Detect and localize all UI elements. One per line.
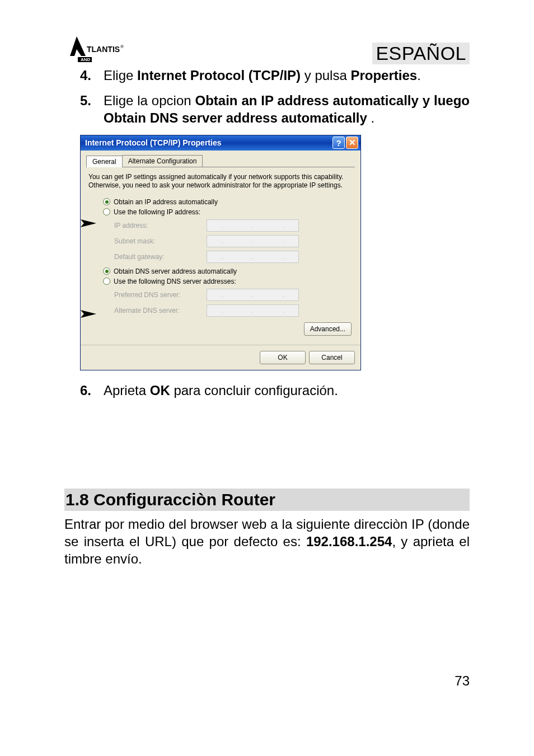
ip-input[interactable]: ...: [207, 304, 299, 317]
radio-icon: [103, 198, 110, 205]
ip-input[interactable]: ...: [207, 219, 299, 232]
step-4: 4. Elige Internet Protocol (TCP/IP) y pu…: [80, 67, 470, 84]
svg-text:AND: AND: [81, 57, 91, 62]
step-number: 4.: [80, 67, 104, 84]
dialog-description: You can get IP settings assigned automat…: [88, 173, 353, 190]
tab-alternate-config[interactable]: Alternate Configuration: [122, 155, 203, 167]
field-alt-dns: Alternate DNS server: ...: [114, 304, 355, 317]
field-pref-dns: Preferred DNS server: ...: [114, 289, 355, 301]
radio-icon: [103, 208, 110, 215]
field-ip-address: IP address: ...: [114, 219, 355, 232]
ip-input[interactable]: ...: [207, 289, 299, 301]
step-text: Elige la opcion: [104, 93, 195, 108]
callout-arrow-icon: [79, 309, 102, 319]
step-text: Elige: [104, 68, 137, 83]
field-label: Preferred DNS server:: [114, 291, 207, 299]
dialog-title: Internet Protocol (TCP/IP) Properties: [85, 138, 331, 147]
radio-icon: [103, 267, 110, 275]
language-label: ESPAÑOL: [372, 43, 470, 64]
tcpip-properties-dialog: Internet Protocol (TCP/IP) Properties ? …: [80, 135, 361, 370]
step-number: 5.: [80, 92, 104, 126]
step-text: Aprieta: [104, 383, 150, 398]
cancel-button[interactable]: Cancel: [309, 351, 355, 364]
tab-general[interactable]: General: [86, 156, 123, 167]
radio-label: Obtain an IP address automatically: [114, 198, 218, 206]
help-button[interactable]: ?: [332, 137, 345, 149]
callout-arrow-icon: [79, 218, 102, 228]
radio-use-ip[interactable]: Use the following IP address:: [103, 208, 355, 216]
field-gateway: Default gateway: ...: [114, 251, 355, 263]
radio-obtain-ip[interactable]: Obtain an IP address automatically: [103, 198, 355, 206]
step-bold: Internet Protocol (TCP/IP): [137, 68, 301, 83]
radio-obtain-dns[interactable]: Obtain DNS server address automatically: [103, 267, 355, 275]
radio-label: Obtain DNS server address automatically: [114, 267, 237, 275]
step-text: para concluir configuración.: [170, 383, 338, 398]
step-text: y pulsa: [301, 68, 350, 83]
ok-button[interactable]: OK: [260, 351, 306, 364]
field-subnet: Subnet mask: ...: [114, 235, 355, 247]
step-bold: Properties: [350, 68, 417, 83]
step-bold: OK: [150, 383, 170, 398]
step-5: 5. Elige la opcion Obtain an IP address …: [80, 92, 470, 126]
radio-icon: [103, 278, 110, 285]
field-label: Subnet mask:: [114, 237, 207, 245]
svg-text:TLANTIS: TLANTIS: [87, 45, 120, 54]
close-button[interactable]: ✕: [346, 137, 358, 149]
step-6: 6. Aprieta OK para concluir configuració…: [80, 382, 470, 399]
svg-text:®: ®: [120, 44, 124, 49]
page-number: 73: [455, 673, 470, 689]
ip-input[interactable]: ...: [207, 251, 299, 263]
field-label: IP address:: [114, 222, 207, 229]
brand-logo: TLANTIS ® AND: [64, 34, 126, 64]
section-paragraph: Entrar por medio del browser web a la si…: [64, 515, 470, 568]
dialog-titlebar: Internet Protocol (TCP/IP) Properties ? …: [81, 135, 360, 151]
step-text: .: [417, 68, 421, 83]
field-label: Default gateway:: [114, 253, 207, 261]
step-text: .: [367, 110, 374, 125]
section-heading: 1.8 Configuracciòn Router: [64, 489, 470, 511]
step-number: 6.: [80, 382, 104, 399]
radio-label: Use the following IP address:: [114, 208, 200, 216]
para-ip: 192.168.1.254: [306, 534, 392, 549]
radio-label: Use the following DNS server addresses:: [114, 278, 236, 285]
advanced-button[interactable]: Advanced...: [304, 322, 352, 336]
radio-use-dns[interactable]: Use the following DNS server addresses:: [103, 278, 355, 285]
field-label: Alternate DNS server:: [114, 307, 207, 314]
ip-input[interactable]: ...: [207, 235, 299, 247]
